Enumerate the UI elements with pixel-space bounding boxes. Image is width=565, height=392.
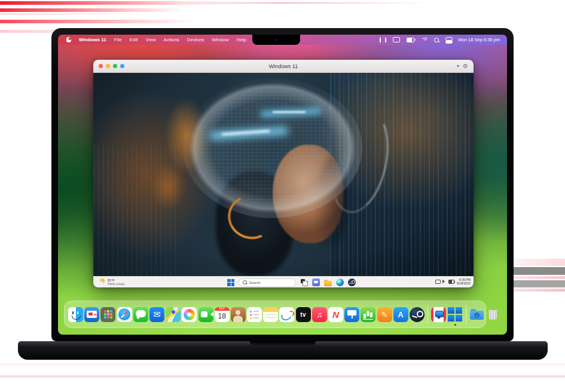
download-arrow-icon: ↓ [474,313,480,318]
tray-battery-icon[interactable] [448,280,454,284]
mail-glyph: ✉ [154,310,161,318]
menubar-app-name[interactable]: Windows 11 [79,37,106,42]
dock-item-freeform[interactable] [279,307,294,322]
news-glyph: N [332,310,339,320]
dock-separator [427,305,428,324]
pen-glyph: ✎ [381,311,388,318]
edge-icon[interactable] [336,278,344,286]
menu-help[interactable]: Help [237,37,246,42]
tv-label: tv [300,311,306,318]
battery-icon[interactable] [407,38,414,42]
dock-item-notes[interactable] [263,307,278,322]
control-center-icon[interactable] [445,37,451,42]
dock-item-pages[interactable]: ✎ [377,307,392,322]
appstore-glyph: A [398,310,404,319]
dock-item-safari[interactable] [117,307,132,322]
decor-stripe [0,8,185,12]
windows-taskbar: 81°F Partly cloudy Search [93,276,474,287]
task-view-icon[interactable] [300,278,308,286]
dock-item-apple-tv[interactable]: tv [296,307,311,322]
display-icon[interactable] [393,37,400,42]
chat-icon[interactable] [312,278,320,286]
dock-item-music[interactable]: ♫ [312,307,327,322]
menu-devices[interactable]: Devices [187,37,204,42]
camera-dot [275,39,277,41]
dock-item-reminders[interactable] [247,307,262,322]
music-glyph: ♫ [316,311,322,318]
search-icon [243,280,247,284]
dock-item-photos[interactable] [182,307,197,322]
menu-edit[interactable]: Edit [130,37,138,42]
dock-item-numbers[interactable] [361,307,375,322]
wallpaper-art [93,73,474,276]
tray-icons [435,280,454,284]
laptop-base-notch [250,341,316,346]
macos-desktop: Windows 11 File Edit View Actions Device… [58,35,507,335]
dock-item-facetime[interactable] [198,307,213,322]
decor-stripe [0,1,251,5]
taskbar-weather-widget[interactable]: 81°F Partly cloudy [97,278,125,286]
menu-view[interactable]: View [145,37,155,42]
display-notch [252,35,300,45]
steam-icon[interactable] [348,278,356,286]
vm-window-titlebar[interactable]: Windows 11 ▾ ⚙ [93,60,474,73]
dock-separator [466,305,466,324]
dock-item-launchpad[interactable] [100,307,115,322]
tray-clock[interactable]: 6:35 PM 9/18/2023 [457,278,471,286]
search-placeholder: Search [249,281,261,284]
tray-date: 9/18/2023 [457,281,471,285]
search-icon[interactable] [434,38,439,42]
dock-item-contacts[interactable] [231,307,246,322]
decor-stripe [508,259,565,266]
dock-item-steam[interactable] [410,307,424,322]
taskbar-search-box[interactable]: Search [239,278,296,287]
decor-stripe [0,363,565,366]
macos-dock: ✉ SEP 18 tv ♫ N ✎ A ↓ [64,301,486,328]
decor-stripe [0,375,565,378]
tray-speaker-icon[interactable] [442,280,447,283]
vm-window-title: Windows 11 [93,63,474,69]
dock-item-downloads[interactable]: ↓ [469,307,484,322]
parallels-icon[interactable] [380,38,386,42]
dock-item-messages[interactable] [133,307,148,322]
decor-stripe [0,20,197,23]
dock-item-maps[interactable] [166,307,181,322]
menu-actions[interactable]: Actions [164,37,179,42]
dock-item-windows-11[interactable] [448,307,463,322]
decor-stripe [508,276,565,279]
dock-item-parallels-desktop[interactable] [431,307,446,322]
decor-stripe [0,13,149,15]
weather-icon [97,278,105,286]
dock-item-calendar[interactable]: SEP 18 [215,307,230,322]
start-button[interactable] [227,279,234,286]
laptop-screen-bezel: Windows 11 File Edit View Actions Device… [51,28,514,341]
tray-display-icon[interactable] [435,280,441,284]
vm-window: Windows 11 ▾ ⚙ [93,60,474,287]
taskbar-center: Search [227,278,356,287]
taskbar-tray[interactable]: 6:35 PM 9/18/2023 [435,278,471,286]
decor-stripe [179,2,430,4]
menu-file[interactable]: File [114,37,122,42]
menubar-status-area: Mon 18 Sep 6:35 pm [380,37,507,42]
dock-item-keynote[interactable] [344,307,359,322]
decor-stripe [508,280,565,287]
apple-menu-icon[interactable] [66,37,71,42]
weather-condition: Partly cloudy [108,282,125,286]
dock-item-finder[interactable] [68,307,83,322]
dock-item-news[interactable]: N [328,307,343,322]
decor-stripe [508,267,565,275]
dock-item-app-store[interactable]: A [393,307,408,322]
vm-desktop-wallpaper [93,73,474,276]
menu-window[interactable]: Window [212,37,228,42]
menubar-left: Windows 11 File Edit View Actions Device… [58,37,246,42]
menubar-clock[interactable]: Mon 18 Sep 6:35 pm [458,37,500,42]
file-explorer-icon[interactable] [324,281,332,286]
dock-item-mail[interactable]: ✉ [149,307,164,322]
calendar-day: 18 [218,311,226,321]
decor-stripe [508,289,565,292]
dock-item-trash[interactable] [485,307,500,322]
dock-item-parallels-client[interactable] [84,307,99,322]
wifi-icon[interactable] [421,38,427,42]
laptop-base [18,341,548,360]
